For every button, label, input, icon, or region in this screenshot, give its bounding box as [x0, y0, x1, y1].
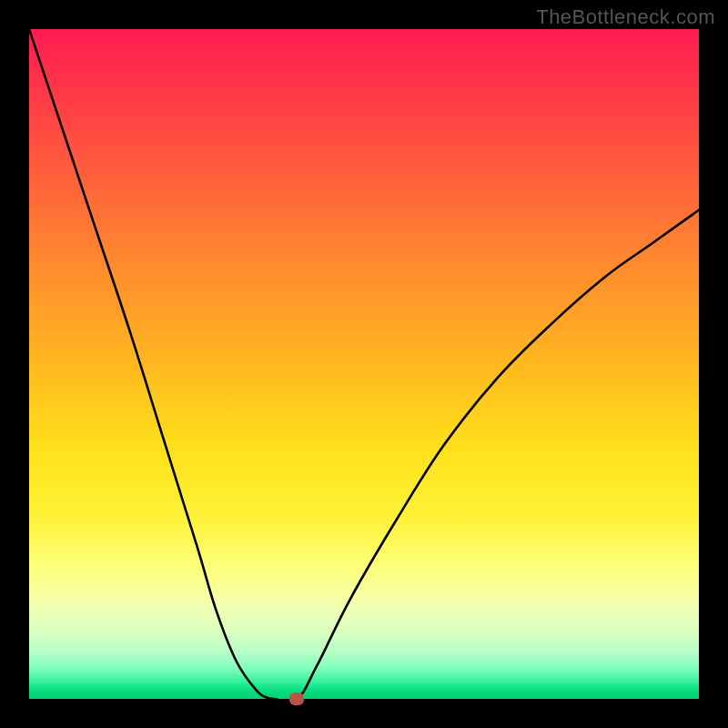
- watermark-text: TheBottleneck.com: [536, 5, 715, 29]
- chart-frame: TheBottleneck.com: [0, 0, 728, 728]
- curve-path: [29, 29, 699, 699]
- current-point-marker: [289, 693, 304, 705]
- bottleneck-curve: [29, 29, 699, 699]
- plot-area: [29, 29, 699, 699]
